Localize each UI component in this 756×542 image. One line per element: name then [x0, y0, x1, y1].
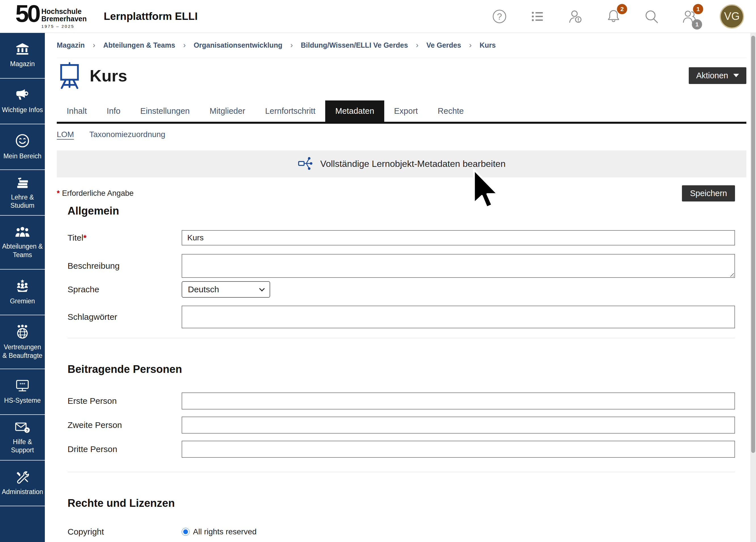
zweite-person-input[interactable]: [182, 417, 735, 434]
copyright-radio-all-rights[interactable]: [182, 528, 190, 536]
chevron-down-icon: [259, 286, 265, 291]
header-icon-bar: ? 2 1 1 VG: [492, 4, 744, 29]
sidebar-item-label: Hilfe & Support: [1, 438, 43, 455]
help-icon[interactable]: ?: [492, 9, 507, 24]
section-heading-beitragende: Beitragende Personen: [68, 363, 735, 375]
section-divider: [68, 472, 735, 472]
notifications-bell-icon[interactable]: 2: [606, 9, 621, 24]
sidebar-item-label: Administration: [2, 488, 43, 496]
page-title-row: Kurs Aktionen: [57, 62, 746, 89]
required-asterisk: *: [57, 189, 60, 198]
subtab-lom[interactable]: LOM: [57, 130, 74, 139]
subtab-taxonomiezuordnung[interactable]: Taxonomiezuordnung: [89, 130, 165, 139]
svg-text:?: ?: [497, 11, 502, 21]
breadcrumb-separator: ›: [469, 41, 472, 50]
sprache-select[interactable]: Deutsch: [182, 281, 270, 298]
tab-metadaten[interactable]: Metadaten: [325, 100, 384, 122]
tab-bar: Inhalt Info Einstellungen Mitglieder Ler…: [57, 100, 746, 124]
sidebar-item-gremien[interactable]: Gremien: [0, 270, 45, 315]
committee-icon: [14, 279, 30, 293]
breadcrumb-item-ve-gerdes[interactable]: Ve Gerdes: [427, 41, 461, 49]
scrollbar-track[interactable]: [750, 33, 756, 542]
breadcrumb-item-abteilungen[interactable]: Abteilungen & Teams: [103, 41, 175, 49]
metadata-hub-icon: [298, 156, 313, 172]
breadcrumb-item-bildung[interactable]: Bildung/Wissen/ELLI Ve Gerdes: [301, 41, 408, 49]
app-title: Lernplattform ELLI: [104, 10, 198, 22]
edit-full-metadata-banner[interactable]: Vollständige Lernobjekt-Metadaten bearbe…: [57, 150, 746, 177]
breadcrumb: Magazin › Abteilungen & Teams › Organisa…: [57, 33, 746, 58]
main-sidebar: Magazin Wichtige Infos Mein Bereich Lehr…: [0, 33, 45, 542]
scrollbar-thumb[interactable]: [751, 36, 755, 453]
zweite-person-label: Zweite Person: [68, 420, 182, 430]
course-easel-icon: [57, 62, 82, 89]
beschreibung-textarea[interactable]: [182, 254, 735, 278]
tab-export[interactable]: Export: [384, 100, 428, 122]
titel-input[interactable]: [182, 230, 735, 245]
tab-inhalt[interactable]: Inhalt: [57, 100, 97, 122]
form-row-copyright: Copyright All rights reserved: [68, 527, 735, 537]
list-menu-icon[interactable]: [530, 9, 545, 24]
user-avatar[interactable]: VG: [720, 4, 744, 29]
actions-button[interactable]: Aktionen: [689, 67, 746, 84]
breadcrumb-item-kurs[interactable]: Kurs: [480, 41, 496, 49]
breadcrumb-separator: ›: [183, 41, 186, 50]
globe-people-icon: [15, 324, 30, 339]
sidebar-filler: [0, 506, 45, 542]
tab-mitglieder[interactable]: Mitglieder: [199, 100, 255, 122]
tab-info[interactable]: Info: [97, 100, 130, 122]
breadcrumb-item-organisationsentwicklung[interactable]: Organisationsentwicklung: [194, 41, 282, 49]
form-row-zweite-person: Zweite Person: [68, 417, 735, 434]
breadcrumb-separator: ›: [93, 41, 95, 50]
people-icon: [14, 226, 30, 239]
banner-label: Vollständige Lernobjekt-Metadaten bearbe…: [320, 159, 506, 169]
form-row-erste-person: Erste Person: [68, 392, 735, 409]
top-header: 50 Hochschule Bremerhaven 1975 – 2025 Le…: [0, 0, 756, 33]
breadcrumb-item-magazin[interactable]: Magazin: [57, 41, 85, 49]
dritte-person-input[interactable]: [182, 441, 735, 458]
logo-line1: Hochschule: [41, 8, 87, 15]
sidebar-item-abteilungen-teams[interactable]: Abteilungen & Teams: [0, 216, 45, 270]
sidebar-item-wichtige-infos[interactable]: Wichtige Infos: [0, 79, 45, 124]
tab-einstellungen[interactable]: Einstellungen: [130, 100, 199, 122]
section-divider: [68, 338, 735, 338]
breadcrumb-separator: ›: [290, 41, 293, 50]
sidebar-item-administration[interactable]: Administration: [0, 461, 45, 506]
mail-question-icon: ?: [14, 421, 30, 434]
tools-icon: [15, 470, 30, 484]
university-logo[interactable]: 50 Hochschule Bremerhaven 1975 – 2025: [15, 4, 87, 29]
section-heading-allgemein: Allgemein: [68, 205, 735, 217]
beschreibung-label: Beschreibung: [68, 261, 182, 271]
sidebar-item-label: Mein Bereich: [3, 152, 41, 160]
logo-line2: Bremerhaven: [41, 15, 87, 23]
user-clock-icon[interactable]: [568, 9, 583, 24]
tab-rechte[interactable]: Rechte: [428, 100, 474, 122]
sidebar-item-lehre-studium[interactable]: Lehre & Studium: [0, 170, 45, 216]
sidebar-item-label: Magazin: [10, 60, 35, 68]
sidebar-item-magazin[interactable]: Magazin: [0, 33, 45, 79]
logo-50: 50: [15, 4, 39, 23]
save-button[interactable]: Speichern: [682, 185, 735, 201]
form-row-schlagwoerter: Schlagwörter: [68, 306, 735, 328]
form-row-beschreibung: Beschreibung: [68, 254, 735, 278]
svg-text:***: ***: [20, 382, 25, 387]
schlagwoerter-input[interactable]: [182, 306, 735, 328]
subtab-bar: LOM Taxonomiezuordnung: [57, 130, 746, 139]
sidebar-item-vertretungen-beauftragte[interactable]: Vertretungen & Beauftragte: [0, 315, 45, 369]
notification-badge: 2: [617, 4, 627, 14]
sidebar-item-label: Wichtige Infos: [2, 106, 43, 114]
form-row-sprache: Sprache Deutsch: [68, 281, 735, 298]
actions-button-label: Aktionen: [696, 71, 728, 80]
schlagwoerter-label: Schlagwörter: [68, 312, 182, 322]
tab-lernfortschritt[interactable]: Lernfortschritt: [255, 100, 325, 122]
contacts-badge-bottom: 1: [692, 19, 702, 30]
sidebar-item-mein-bereich[interactable]: Mein Bereich: [0, 124, 45, 170]
contacts-icon[interactable]: 1 1: [682, 9, 698, 24]
sidebar-item-label: Vertretungen & Beauftragte: [1, 343, 43, 360]
sidebar-item-hs-systeme[interactable]: *** HS-Systeme: [0, 369, 45, 415]
erste-person-input[interactable]: [182, 392, 735, 409]
app-window: 50 Hochschule Bremerhaven 1975 – 2025 Le…: [0, 0, 756, 542]
search-icon[interactable]: [644, 9, 660, 24]
sidebar-item-hilfe-support[interactable]: ? Hilfe & Support: [0, 415, 45, 461]
breadcrumb-separator: ›: [416, 41, 419, 50]
logo-years: 1975 – 2025: [41, 24, 87, 29]
